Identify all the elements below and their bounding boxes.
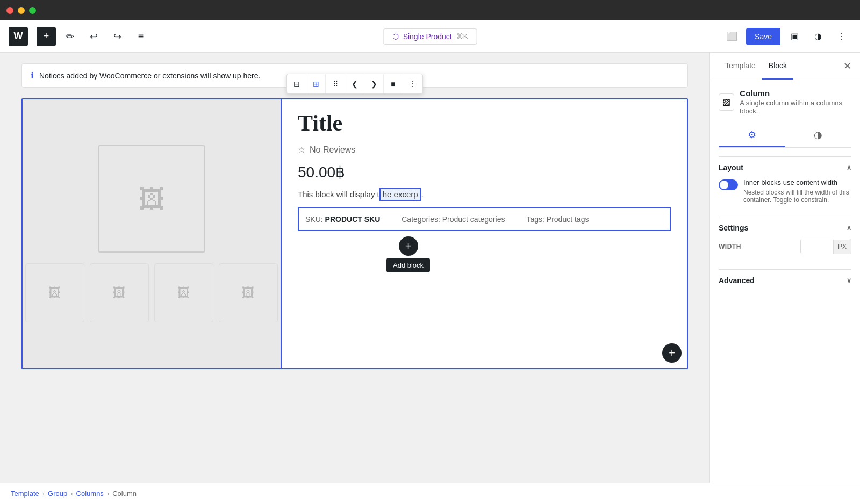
- maximize-btn[interactable]: [29, 7, 36, 14]
- star-icon: ☆: [298, 145, 305, 155]
- advanced-section-header[interactable]: Advanced ∨: [719, 269, 851, 291]
- reviews-text: No Reviews: [310, 145, 355, 155]
- advanced-section-label: Advanced: [719, 276, 755, 285]
- settings-gear-button[interactable]: ⚙: [719, 124, 785, 147]
- add-block-circle-button[interactable]: +: [399, 236, 418, 256]
- breadcrumb-sep-1: ›: [42, 489, 45, 498]
- wp-logo: W: [9, 27, 28, 46]
- layout-section-label: Layout: [719, 163, 743, 172]
- inner-blocks-toggle-row: Inner blocks use content width Nested bl…: [719, 178, 851, 204]
- toolbar-right: ⬜ Save ▣ ◑ ⋮: [722, 27, 851, 46]
- redo-button[interactable]: ↪: [108, 27, 127, 46]
- list-view-button[interactable]: ≡: [131, 27, 150, 46]
- width-input[interactable]: [801, 239, 833, 254]
- tab-block[interactable]: Block: [762, 53, 793, 80]
- breadcrumb-column: Column: [112, 489, 137, 498]
- layout-section-header[interactable]: Layout ∧: [719, 156, 851, 178]
- breadcrumb-sep-2: ›: [70, 489, 73, 498]
- minimize-btn[interactable]: [18, 7, 25, 14]
- editor-wrapper: W + ✏ ↩ ↪ ≡ ⬡ Single Product ⌘K ⬜ Save ▣…: [0, 20, 860, 504]
- product-info-column: Title ☆ No Reviews 50.00฿ This block wil…: [281, 99, 687, 368]
- settings-section-content: WIDTH PX: [719, 239, 851, 269]
- drag-handle[interactable]: ⠿: [326, 74, 345, 93]
- main-content: ℹ Notices added by WooCommerce or extens…: [0, 53, 860, 483]
- save-button[interactable]: Save: [746, 28, 780, 45]
- breadcrumb: Template › Group › Columns › Column: [0, 483, 860, 504]
- product-meta: SKU: PRODUCT SKU Categories: Product cat…: [298, 207, 671, 231]
- move-left-button[interactable]: ❮: [345, 74, 364, 93]
- info-icon: ℹ: [31, 70, 34, 81]
- view-button[interactable]: ⬜: [722, 27, 742, 46]
- two-col-button[interactable]: ⊞: [306, 74, 326, 93]
- close-btn[interactable]: [6, 7, 13, 14]
- keyboard-shortcut: ⌘K: [456, 32, 468, 40]
- categories-value: Product categories: [442, 215, 505, 224]
- add-block-bottom-button[interactable]: +: [662, 343, 682, 363]
- block-toolbar: ⊟ ⊞ ⠿ ❮ ❯ ■ ⋮: [286, 74, 423, 94]
- inner-blocks-toggle[interactable]: [719, 179, 738, 190]
- width-label: WIDTH: [719, 243, 741, 250]
- edit-button[interactable]: ✏: [60, 27, 80, 46]
- breadcrumb-template[interactable]: Template: [11, 489, 39, 498]
- settings-section-header[interactable]: Settings ∧: [719, 217, 851, 239]
- editor-area: ℹ Notices added by WooCommerce or extens…: [0, 53, 710, 483]
- meta-categories: Categories: Product categories: [402, 215, 505, 224]
- top-toolbar: W + ✏ ↩ ↪ ≡ ⬡ Single Product ⌘K ⬜ Save ▣…: [0, 20, 860, 53]
- product-excerpt: This block will display the excerp.: [298, 190, 671, 199]
- contrast-button[interactable]: ◑: [808, 27, 828, 46]
- product-image-column: 🖼 🖼 🖼 🖼 🖼: [23, 99, 281, 368]
- tags-value: Product tags: [547, 215, 589, 224]
- meta-tags: Tags: Product tags: [526, 215, 589, 224]
- settings-style-button[interactable]: ◑: [785, 124, 852, 147]
- layout-chevron-icon: ∧: [847, 164, 851, 171]
- settings-chevron-icon: ∧: [847, 224, 851, 232]
- excerpt-highlight: he excerp: [379, 188, 421, 201]
- move-right-button[interactable]: ❯: [364, 74, 384, 93]
- page-title-bar[interactable]: ⬡ Single Product ⌘K: [383, 28, 477, 45]
- panel-toggle-button[interactable]: ▣: [785, 27, 804, 46]
- thumbnail-4: 🖼: [219, 263, 278, 322]
- product-price: 50.00฿: [298, 163, 671, 181]
- panel-tabs: Template Block ✕: [710, 53, 860, 80]
- excerpt-text-after: .: [421, 190, 424, 199]
- width-row: WIDTH PX: [719, 239, 851, 254]
- panel-content: ▨ Column A single column within a column…: [710, 80, 860, 483]
- toggle-label: Inner blocks use content width: [743, 178, 851, 186]
- sku-value: PRODUCT SKU: [325, 215, 381, 224]
- breadcrumb-sep-3: ›: [107, 489, 109, 498]
- product-layout: 🖼 🖼 🖼 🖼 🖼 Tit: [22, 98, 688, 369]
- undo-button[interactable]: ↩: [84, 27, 103, 46]
- align-button[interactable]: ■: [384, 74, 403, 93]
- product-image-placeholder: 🖼: [98, 145, 205, 253]
- block-description: A single column within a columns block.: [740, 99, 851, 115]
- toggle-text: Inner blocks use content width Nested bl…: [743, 178, 851, 204]
- product-reviews: ☆ No Reviews: [298, 145, 671, 155]
- tab-template[interactable]: Template: [719, 53, 762, 80]
- layout-section-content: Inner blocks use content width Nested bl…: [719, 178, 851, 217]
- toggle-description: Nested blocks will fill the width of thi…: [743, 189, 851, 204]
- block-name: Column: [740, 89, 851, 98]
- more-block-options[interactable]: ⋮: [403, 74, 422, 93]
- add-block-label: Add block: [386, 258, 430, 272]
- thumbnail-3: 🖼: [154, 263, 213, 322]
- more-options-button[interactable]: ⋮: [832, 27, 851, 46]
- settings-icons: ⚙ ◑: [719, 124, 851, 148]
- breadcrumb-group[interactable]: Group: [48, 489, 67, 498]
- settings-section-label: Settings: [719, 224, 748, 232]
- thumbnail-1: 🖼: [25, 263, 84, 322]
- panel-close-button[interactable]: ✕: [843, 60, 851, 72]
- block-info: ▨ Column A single column within a column…: [719, 89, 851, 115]
- columns-layout-button[interactable]: ⊟: [287, 74, 306, 93]
- add-block-popup: + Add block: [386, 236, 430, 272]
- breadcrumb-columns[interactable]: Columns: [76, 489, 104, 498]
- categories-label: Categories:: [402, 215, 442, 224]
- add-block-button[interactable]: +: [37, 27, 56, 46]
- product-title: Title: [298, 110, 671, 136]
- image-placeholder-icon: 🖼: [139, 184, 164, 214]
- width-input-group: PX: [800, 239, 851, 254]
- page-title: Single Product: [403, 32, 452, 41]
- titlebar: [0, 0, 860, 20]
- advanced-chevron-icon: ∨: [847, 277, 851, 284]
- tags-label: Tags:: [526, 215, 546, 224]
- thumbnail-strip: 🖼 🖼 🖼 🖼: [25, 263, 278, 322]
